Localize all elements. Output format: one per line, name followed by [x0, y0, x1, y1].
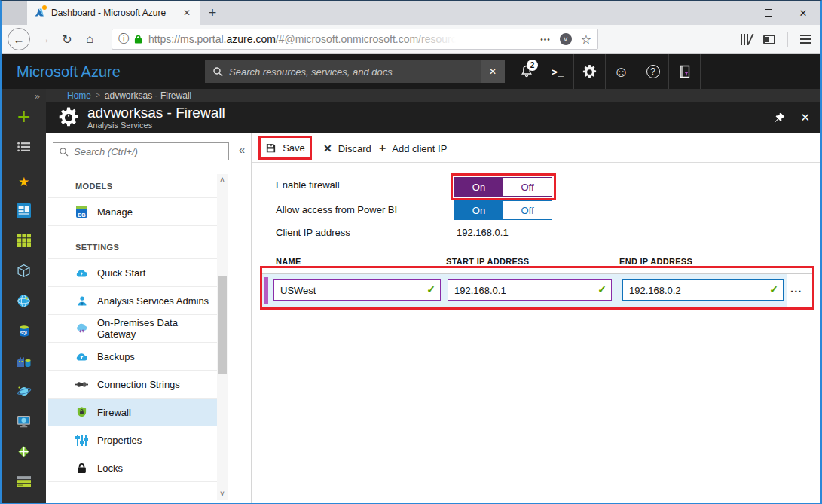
menu-item-connection-strings[interactable]: Connection Strings	[48, 371, 217, 399]
pin-icon[interactable]	[774, 112, 785, 124]
directory-filter-button[interactable]	[669, 54, 700, 89]
save-icon	[265, 142, 277, 154]
address-bar[interactable]: ⓘ https://ms.portal.azure.com/#@microsof…	[112, 29, 598, 50]
settings-button[interactable]	[574, 54, 605, 89]
scrollbar-thumb[interactable]	[218, 276, 227, 374]
page-subtitle: Analysis Services	[87, 121, 225, 130]
globe-icon	[17, 294, 31, 308]
power-bi-on-button[interactable]: On	[454, 200, 503, 220]
rail-item-sql-databases[interactable]: SQL	[2, 319, 46, 342]
menu-item-firewall[interactable]: Firewall	[48, 399, 217, 426]
menu-search[interactable]	[53, 142, 229, 160]
sidebar-toggle-icon[interactable]	[763, 35, 775, 44]
rail-item-storage-accounts[interactable]	[2, 470, 46, 493]
search-icon	[212, 66, 223, 77]
row-context-menu-icon[interactable]: ...	[790, 282, 802, 295]
close-blade-icon[interactable]: ✕	[800, 111, 810, 124]
save-button[interactable]: Save	[265, 138, 305, 157]
end-ip-input[interactable]	[622, 279, 784, 301]
discard-button[interactable]: ✕ Discard	[323, 139, 371, 158]
vm-monitor-icon	[17, 414, 31, 429]
cosmos-db-icon	[17, 384, 32, 399]
start-ip-input[interactable]	[448, 279, 612, 301]
minimize-button[interactable]: –	[717, 1, 751, 25]
enable-firewall-off-button[interactable]: Off	[503, 177, 552, 197]
start-ip-field: ✓	[448, 279, 612, 301]
menu-item-locks[interactable]: Locks	[48, 454, 217, 482]
power-bi-off-button[interactable]: Off	[503, 200, 552, 220]
rule-name-input[interactable]	[273, 279, 441, 301]
menu-hamburger-icon[interactable]	[800, 35, 811, 44]
cube-icon	[17, 264, 31, 278]
rail-item-virtual-machines[interactable]	[2, 410, 46, 432]
bookmark-star-icon[interactable]: ☆	[581, 32, 591, 47]
url-text: https://ms.portal.azure.com/#@microsoft.…	[148, 33, 456, 45]
rail-item-load-balancer[interactable]	[2, 440, 46, 463]
shield-lock-icon	[75, 406, 88, 419]
valid-check-icon: ✓	[426, 283, 435, 295]
rail-item-cosmos-db[interactable]	[2, 380, 46, 402]
home-button[interactable]: ⌂	[78, 32, 101, 46]
menu-item-properties[interactable]: Properties	[48, 426, 217, 454]
rail-item-favorites[interactable]: ★	[2, 170, 46, 193]
back-button[interactable]: ←	[8, 28, 30, 50]
notifications-button[interactable]: 2	[511, 54, 542, 89]
forward-button[interactable]: →	[33, 32, 56, 46]
svg-text:SQL: SQL	[20, 330, 28, 334]
add-client-ip-button[interactable]: + Add client IP	[379, 139, 447, 158]
breadcrumb-current: advworksas - Firewall	[105, 90, 191, 101]
rail-item-create-resource[interactable]: +	[2, 105, 46, 128]
menu-item-backups[interactable]: Backups	[48, 343, 217, 371]
tab-close-icon[interactable]: ✕	[180, 6, 194, 20]
menu-item-manage[interactable]: DB Manage	[48, 198, 217, 226]
refresh-button[interactable]: ↻	[56, 32, 78, 47]
smiley-icon: ☺	[613, 63, 628, 81]
maximize-button[interactable]	[751, 1, 786, 25]
plus-icon: +	[379, 142, 386, 155]
close-window-button[interactable]: ✕	[786, 1, 820, 25]
clear-search-icon[interactable]: ✕	[481, 60, 505, 83]
rail-item-app-services[interactable]	[2, 289, 46, 312]
site-info-icon[interactable]: ⓘ	[118, 32, 129, 46]
azure-favicon-icon	[33, 7, 45, 19]
rail-item-dashboard[interactable]	[2, 199, 46, 221]
rail-item-resource-groups[interactable]	[2, 259, 46, 282]
azure-brand[interactable]: Microsoft Azure	[17, 63, 190, 81]
left-rail: » + ★ SQL	[2, 89, 46, 503]
menu-list: MODELS DB Manage SETTINGS Quick Start	[48, 174, 217, 482]
new-tab-button[interactable]: +	[200, 1, 225, 25]
global-search[interactable]: Search resources, services, and docs ✕	[205, 60, 505, 83]
resource-grid-icon	[17, 234, 31, 247]
feedback-button[interactable]: ☺	[606, 54, 637, 89]
menu-section-settings: SETTINGS	[48, 235, 217, 259]
valid-check-icon: ✓	[769, 283, 778, 295]
cloud-shell-button[interactable]: >_	[542, 54, 573, 89]
browser-tab[interactable]: Dashboard - Microsoft Azure ✕	[27, 1, 200, 25]
rail-item-all-resources[interactable]	[2, 229, 46, 252]
expand-rail-icon[interactable]: »	[35, 90, 40, 102]
menu-item-gateway[interactable]: On-Premises Data Gateway	[48, 315, 217, 343]
pocket-icon[interactable]: ˅	[560, 33, 572, 45]
menu-item-quick-start[interactable]: Quick Start	[48, 259, 217, 287]
padlock-icon	[75, 462, 88, 475]
window-controls: – ✕	[717, 1, 820, 25]
rail-item-all-services[interactable]	[2, 136, 46, 158]
toolbar-divider	[787, 32, 788, 47]
tabbar-spacer	[2, 1, 27, 25]
menu-scrollbar[interactable]: ˄ ˅	[217, 174, 228, 500]
scroll-up-icon[interactable]: ˄	[217, 174, 228, 186]
page-actions-icon[interactable]: •••	[540, 35, 551, 44]
row-accent-bar	[264, 277, 268, 304]
scroll-down-icon[interactable]: ˅	[217, 488, 228, 500]
search-icon	[59, 147, 69, 157]
breadcrumb: Home > advworksas - Firewall	[46, 89, 820, 102]
collapse-menu-icon[interactable]: «	[239, 143, 245, 156]
rail-item-data-factory[interactable]	[2, 350, 46, 372]
enable-firewall-on-button[interactable]: On	[454, 177, 503, 197]
breadcrumb-home-link[interactable]: Home	[67, 90, 91, 101]
menu-item-admins[interactable]: Analysis Services Admins	[48, 287, 217, 315]
help-button[interactable]: ?	[637, 54, 668, 89]
menu-search-input[interactable]	[74, 146, 209, 157]
command-bar: Save ✕ Discard + Add client IP	[252, 133, 820, 163]
library-icon[interactable]	[741, 34, 751, 45]
